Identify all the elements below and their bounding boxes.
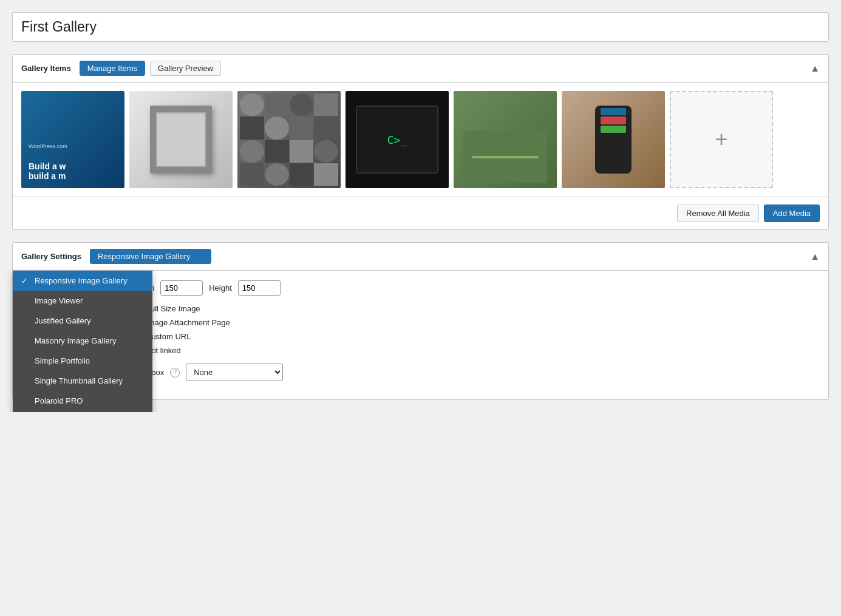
dropdown-item-polaroid[interactable]: Polaroid PRO <box>13 391 152 411</box>
dropdown-item-label: Responsive Image Gallery <box>35 276 127 285</box>
size-row: Width Height <box>134 280 816 296</box>
gallery-type-select-btn[interactable]: Responsive Image Gallery <box>90 249 211 264</box>
gallery-thumb[interactable]: WordPress.comBuild a wbuild a m <box>21 91 124 188</box>
radio-row-custom_url: Custom URL <box>134 332 816 341</box>
gallery-type-selector-wrapper: Responsive Image Gallery <box>90 249 211 264</box>
collapse-gallery-items-btn[interactable]: ▲ <box>810 63 820 74</box>
gallery-type-dropdown: ✓Responsive Image GalleryImage ViewerJus… <box>13 271 152 412</box>
dropdown-item-label: Justified Gallery <box>35 316 90 325</box>
collapse-settings-btn[interactable]: ▲ <box>810 251 820 262</box>
gallery-grid: WordPress.comBuild a wbuild a mC>_+ <box>13 83 828 197</box>
gallery-items-header: Gallery Items Manage Items Gallery Previ… <box>13 55 828 83</box>
dropdown-item-masonry[interactable]: Masonry Image Gallery <box>13 331 152 351</box>
gallery-items-title: Gallery Items <box>21 64 71 73</box>
dropdown-item-grid[interactable]: Grid PRO <box>13 411 152 412</box>
dropdown-item-label: Masonry Image Gallery <box>35 336 116 345</box>
width-input[interactable] <box>160 280 203 296</box>
dropdown-item-label: Image Viewer <box>35 296 83 305</box>
gallery-items-panel: Gallery Items Manage Items Gallery Previ… <box>12 54 829 230</box>
panel-header-left: Gallery Items Manage Items Gallery Previ… <box>21 61 221 76</box>
remove-all-media-button[interactable]: Remove All Media <box>677 205 759 222</box>
settings-content: Width Height Full Size ImageImage Attach… <box>122 271 828 399</box>
radio-row-not_linked: Not linked <box>134 346 816 355</box>
check-icon: ✓ <box>21 276 30 285</box>
dropdown-item-responsive[interactable]: ✓Responsive Image Gallery <box>13 271 152 291</box>
height-input[interactable] <box>238 280 281 296</box>
radio-row-full_size: Full Size Image <box>134 304 816 313</box>
settings-panel-header: Gallery Settings Responsive Image Galler… <box>13 243 828 271</box>
lightbox-help-icon[interactable]: ? <box>170 368 180 377</box>
add-gallery-item-btn[interactable]: + <box>670 91 773 188</box>
gallery-title-input[interactable] <box>21 19 820 35</box>
tab-manage-items[interactable]: Manage Items <box>80 61 145 76</box>
link-options-group: Full Size ImageImage Attachment PageCust… <box>134 304 816 355</box>
dropdown-item-label: Simple Portfolio <box>35 356 90 365</box>
dropdown-item-simple[interactable]: Simple Portfolio <box>13 351 152 371</box>
settings-layout: ✓Responsive Image GalleryImage ViewerJus… <box>13 271 828 399</box>
height-label: Height <box>209 283 232 293</box>
gallery-title-bar <box>12 12 829 42</box>
dropdown-item-label: Single Thumbnail Gallery <box>35 376 123 385</box>
gallery-settings-panel: Gallery Settings Responsive Image Galler… <box>12 242 829 400</box>
gallery-thumb[interactable] <box>129 91 233 188</box>
gallery-thumb[interactable] <box>237 91 341 188</box>
radio-row-attachment: Image Attachment Page <box>134 318 816 327</box>
tab-gallery-preview[interactable]: Gallery Preview <box>150 61 221 76</box>
lightbox-row: Lightbox ? NoneFancyboxColorboxPrettyPho… <box>134 364 816 381</box>
gallery-items-footer: Remove All Media Add Media <box>13 197 828 229</box>
gallery-thumb[interactable] <box>454 91 557 188</box>
gallery-thumb[interactable]: C>_ <box>346 91 449 188</box>
lightbox-select[interactable]: NoneFancyboxColorboxPrettyPhoto <box>186 364 283 381</box>
radio-label-attachment: Image Attachment Page <box>146 318 230 327</box>
dropdown-item-justified[interactable]: Justified Gallery <box>13 311 152 331</box>
radio-label-custom_url: Custom URL <box>146 332 191 341</box>
gallery-settings-title: Gallery Settings <box>21 252 81 261</box>
gallery-thumb[interactable] <box>562 91 665 188</box>
settings-panel-header-left: Gallery Settings Responsive Image Galler… <box>21 249 211 264</box>
radio-label-full_size: Full Size Image <box>146 304 200 313</box>
dropdown-item-viewer[interactable]: Image Viewer <box>13 291 152 311</box>
dropdown-item-label: Polaroid PRO <box>35 396 83 405</box>
dropdown-item-single[interactable]: Single Thumbnail Gallery <box>13 371 152 391</box>
add-media-button[interactable]: Add Media <box>764 205 820 222</box>
